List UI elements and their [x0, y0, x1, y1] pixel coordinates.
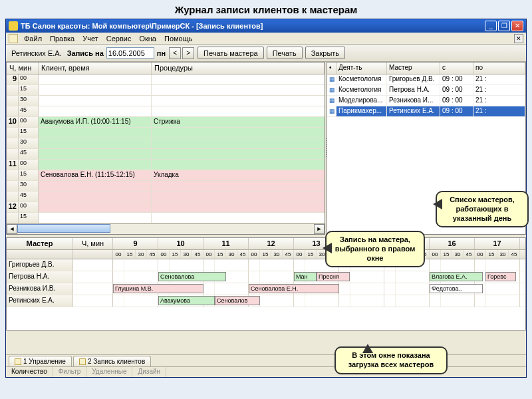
- menubar: Файл Правка Учет Сервис Окна Помощь ✕: [6, 33, 526, 45]
- appointment-block[interactable]: Глушина М.В.: [113, 284, 203, 293]
- quarter-header: 30: [181, 250, 192, 259]
- callout-masters-list: Список мастеров, работающих в указанный …: [436, 191, 529, 227]
- status-deleted[interactable]: Удаленные: [86, 367, 132, 377]
- quarter-header: 15: [441, 250, 452, 259]
- schedule-hscroll[interactable]: ◄ ►: [7, 223, 325, 234]
- schedule-row[interactable]: 45: [7, 106, 325, 117]
- workload-row[interactable]: Петрова Н.А.СеноваловаМанПресняВлагова Е…: [7, 271, 525, 283]
- quarter-header: 30: [226, 250, 237, 259]
- masters-row[interactable]: КосметологияПетрова Н.А.09 : 0021 :: [327, 85, 525, 96]
- status-filter[interactable]: Фильтр: [53, 367, 87, 377]
- appointment-block[interactable]: Горевс: [485, 272, 516, 281]
- schedule-row[interactable]: 1100: [7, 160, 325, 170]
- col-procedures[interactable]: Процедуры: [152, 63, 325, 74]
- prev-day-button[interactable]: <: [169, 47, 181, 59]
- appointment-block[interactable]: Авакумова: [158, 296, 215, 305]
- col-icon: •: [327, 63, 336, 74]
- appointment-block[interactable]: Пресня: [317, 272, 350, 281]
- col-from[interactable]: с: [440, 63, 473, 74]
- col-master[interactable]: Мастер: [387, 63, 440, 74]
- col-client[interactable]: Клиент, время: [39, 63, 152, 74]
- schedule-header: Ч, мин Клиент, время Процедуры: [7, 63, 325, 74]
- col-master-label: Мастер: [7, 238, 73, 249]
- menu-file[interactable]: Файл: [24, 35, 42, 43]
- close-panel-button[interactable]: Закрыть: [305, 47, 345, 59]
- quarter-header: 00: [203, 250, 215, 259]
- menu-service[interactable]: Сервис: [106, 35, 132, 43]
- next-day-button[interactable]: >: [182, 47, 194, 59]
- workload-row[interactable]: Ретинских Е.А.АвакумоваСеновалов: [7, 295, 525, 307]
- app-icon: [9, 21, 18, 31]
- schedule-row[interactable]: 15Сеновалова Е.Н. (11:15-12:15)Укладка: [7, 170, 325, 181]
- minimize-button[interactable]: _: [485, 21, 497, 31]
- appointment-block[interactable]: Федотова..: [430, 284, 483, 293]
- tab-appointments[interactable]: 2 Запись клиентов: [73, 356, 151, 366]
- schedule-row[interactable]: 45: [7, 149, 325, 160]
- status-count[interactable]: Количество: [6, 367, 53, 377]
- master-name-cell: Резникова И.В.: [7, 283, 73, 295]
- quarter-header: 15: [260, 250, 271, 259]
- col-time[interactable]: Ч, мин: [7, 63, 39, 74]
- quarter-header: 15: [486, 250, 497, 259]
- date-input[interactable]: [106, 47, 154, 59]
- scroll-thumb[interactable]: [17, 224, 110, 233]
- schedule-row[interactable]: 30: [7, 96, 325, 106]
- appointment-block[interactable]: Ман: [294, 272, 317, 281]
- tab-label: 2 Запись клиентов: [88, 358, 145, 365]
- scroll-track[interactable]: [17, 224, 314, 234]
- schedule-row[interactable]: 1200: [7, 202, 325, 213]
- schedule-row[interactable]: 30: [7, 138, 325, 149]
- quarter-header: 45: [283, 250, 294, 259]
- mdi-close-button[interactable]: ✕: [514, 34, 523, 43]
- quarter-header: 00: [249, 250, 260, 259]
- appointment-block[interactable]: Сеновалова Е.Н.: [249, 284, 339, 293]
- masters-row[interactable]: Моделирова...Резникова И...09 : 0021 :: [327, 96, 525, 106]
- schedule-row[interactable]: 30: [7, 181, 325, 192]
- statusbar: Количество Фильтр Удаленные Дизайн: [6, 366, 526, 377]
- tab-label: 1 Управление: [23, 358, 66, 365]
- workload-body[interactable]: Григорьев Д.В.Петрова Н.А.СеноваловаМанП…: [7, 259, 525, 307]
- hours-row: 91011121314151617: [113, 238, 520, 249]
- quarters-row: 0015304500153045001530450015304500153045…: [113, 250, 520, 259]
- schedule-body[interactable]: 9001530451000Авакумова И.П. (10:00-11:15…: [7, 74, 325, 223]
- menu-help[interactable]: Помощь: [164, 35, 193, 43]
- masters-row[interactable]: КосметологияГригорьев Д.В.09 : 0021 :: [327, 74, 525, 85]
- appointment-block[interactable]: Влагова Е.А.: [430, 272, 483, 281]
- masters-body[interactable]: КосметологияГригорьев Д.В.09 : 0021 :Кос…: [327, 74, 525, 117]
- slide-title: Журнал записи клиентов к мастерам: [0, 0, 532, 18]
- menu-edit[interactable]: Правка: [50, 35, 74, 43]
- maximize-button[interactable]: ❐: [498, 21, 510, 31]
- col-activity[interactable]: Деят-ть: [336, 63, 387, 74]
- hour-header: 9: [113, 238, 158, 249]
- schedule-row[interactable]: 900: [7, 74, 325, 85]
- menu-windows[interactable]: Окна: [139, 35, 156, 43]
- schedule-row[interactable]: 45: [7, 192, 325, 202]
- print-button[interactable]: Печать: [267, 47, 303, 59]
- quarter-header: 30: [136, 250, 147, 259]
- app-window: ТБ Салон красоты: Мой компьютер\ПримерСК…: [5, 19, 527, 378]
- tab-management[interactable]: 1 Управление: [9, 356, 72, 366]
- workload-row[interactable]: Григорьев Д.В.: [7, 259, 525, 271]
- schedule-row[interactable]: 15: [7, 85, 325, 96]
- menu-account[interactable]: Учет: [82, 35, 98, 43]
- schedule-row[interactable]: 1000Авакумова И.П. (10:00-11:15)Стрижка: [7, 117, 325, 128]
- quarter-header: 45: [147, 250, 158, 259]
- hour-header: 11: [203, 238, 249, 249]
- status-design[interactable]: Дизайн: [132, 367, 166, 377]
- record-on-label: Запись на: [67, 49, 104, 57]
- scroll-right-icon[interactable]: ►: [314, 224, 325, 234]
- masters-row[interactable]: Парикмахер...Ретинских Е.А.09 : 0021 :: [327, 106, 525, 117]
- appointment-block[interactable]: Сеновалова: [158, 272, 226, 281]
- weekday-label: пн: [157, 49, 166, 57]
- schedule-row[interactable]: 15: [7, 128, 325, 138]
- callout-selected-master: Запись на мастера, выбранного в правом о…: [325, 231, 425, 267]
- close-button[interactable]: ✕: [511, 21, 523, 31]
- col-to[interactable]: по: [473, 63, 525, 74]
- schedule-row[interactable]: 15: [7, 213, 325, 223]
- appointment-block[interactable]: Сеновалов: [215, 296, 260, 305]
- schedule-panel: Ч, мин Клиент, время Процедуры 900153045…: [6, 62, 325, 235]
- print-master-button[interactable]: Печать мастера: [198, 47, 264, 59]
- workload-row[interactable]: Резникова И.В.Глушина М.В.Сеновалова Е.Н…: [7, 283, 525, 295]
- scroll-left-icon[interactable]: ◄: [7, 224, 17, 234]
- quarter-header: 45: [464, 250, 475, 259]
